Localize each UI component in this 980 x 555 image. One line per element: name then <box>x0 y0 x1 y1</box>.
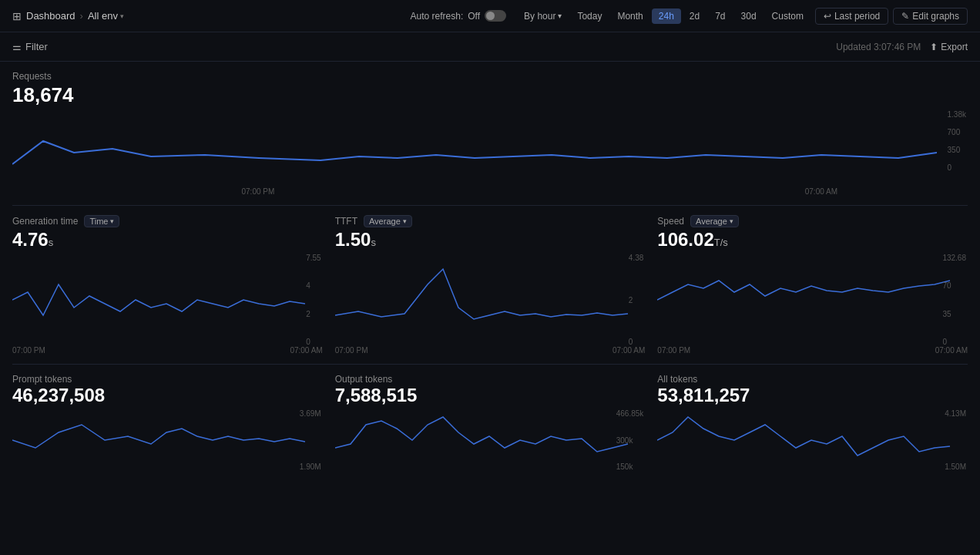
all-tokens-chart-container: 4.13M 1.50M <box>657 409 968 471</box>
speed-header: Speed Average <box>657 215 968 227</box>
ttft-card: TTFT Average 1.50s 4.38 2 0 07:00 PM 07:… <box>335 215 646 355</box>
ttft-x-labels: 07:00 PM 07:00 AM <box>335 346 646 355</box>
export-button[interactable]: ⬆ Export <box>930 42 968 52</box>
metrics-row-2: Prompt tokens 46,237,508 3.69M 1.90M Out… <box>12 374 968 471</box>
requests-y-labels: 1.38k 700 350 0 <box>948 110 968 172</box>
grid-icon: ⊞ <box>12 10 22 22</box>
output-tokens-y-labels: 466.85k 300k 150k <box>616 409 646 471</box>
requests-value: 18,674 <box>12 83 968 107</box>
edit-graphs-button[interactable]: ✎ Edit graphs <box>893 8 968 25</box>
time-range-group: By hour Today Month 24h 2d 7d 30d Custom <box>517 8 811 24</box>
24h-button[interactable]: 24h <box>652 8 681 24</box>
chevron-down-icon: ▾ <box>120 12 124 20</box>
generation-time-value: 4.76s <box>12 229 323 251</box>
speed-x-labels: 07:00 PM 07:00 AM <box>657 346 968 355</box>
generation-time-header: Generation time Time <box>12 215 323 227</box>
auto-refresh-label: Auto refresh: <box>411 11 464 22</box>
generation-time-card: Generation time Time 4.76s 7.55 4 2 0 07… <box>12 215 323 355</box>
speed-badge[interactable]: Average <box>690 215 739 227</box>
output-tokens-chart-container: 466.85k 300k 150k <box>335 409 646 471</box>
filter-bar: ⚌ Filter Updated 3:07:46 PM ⬆ Export <box>0 32 980 62</box>
2d-button[interactable]: 2d <box>683 8 706 24</box>
prompt-tokens-card: Prompt tokens 46,237,508 3.69M 1.90M <box>12 374 323 471</box>
requests-title: Requests <box>12 71 968 82</box>
main-content: Requests 18,674 1.38k 700 350 0 07:00 PM <box>0 62 980 471</box>
top-bar: ⊞ Dashboard › All env ▾ Auto refresh: Of… <box>0 0 980 32</box>
requests-x-labels: 07:00 PM 07:00 AM <box>12 187 968 196</box>
updated-timestamp: Updated 3:07:46 PM <box>836 42 921 52</box>
ttft-badge[interactable]: Average <box>364 215 412 227</box>
divider-2 <box>12 364 968 365</box>
last-period-button[interactable]: ↩ Last period <box>815 8 888 25</box>
speed-chart-container: 132.68 70 35 0 <box>657 254 968 346</box>
speed-chart <box>657 254 950 346</box>
all-tokens-card: All tokens 53,811,257 4.13M 1.50M <box>657 374 968 471</box>
requests-section: Requests 18,674 1.38k 700 350 0 07:00 PM <box>12 71 968 196</box>
output-tokens-chart <box>335 409 628 471</box>
requests-chart <box>12 110 937 187</box>
by-hour-button[interactable]: By hour <box>517 8 569 24</box>
divider-1 <box>12 205 968 206</box>
breadcrumb-env[interactable]: All env ▾ <box>88 10 124 22</box>
gen-y-labels: 7.55 4 2 0 <box>306 254 322 346</box>
all-tokens-y-labels: 4.13M 1.50M <box>945 409 968 471</box>
output-tokens-card: Output tokens 7,588,515 466.85k 300k 150… <box>335 374 646 471</box>
export-icon: ⬆ <box>930 42 938 52</box>
prompt-tokens-chart-container: 3.69M 1.90M <box>12 409 323 471</box>
generation-time-chart-container: 7.55 4 2 0 <box>12 254 323 346</box>
auto-refresh-state: Off <box>468 11 480 22</box>
breadcrumb-area: ⊞ Dashboard › All env ▾ <box>12 10 124 22</box>
prompt-tokens-chart <box>12 409 305 471</box>
gen-x-labels: 07:00 PM 07:00 AM <box>12 346 323 355</box>
speed-value: 106.02T/s <box>657 229 968 251</box>
auto-refresh-control: Auto refresh: Off <box>411 10 507 22</box>
ttft-y-labels: 4.38 2 0 <box>629 254 645 346</box>
requests-chart-container: 1.38k 700 350 0 <box>12 110 968 187</box>
speed-y-labels: 132.68 70 35 0 <box>942 254 968 346</box>
edit-icon: ✎ <box>901 11 909 22</box>
filter-icon: ⚌ <box>12 41 22 52</box>
generation-time-chart <box>12 254 305 346</box>
top-controls: Auto refresh: Off By hour Today Month 24… <box>411 8 968 25</box>
all-tokens-chart <box>657 409 950 471</box>
ttft-value: 1.50s <box>335 229 646 251</box>
ttft-chart-container: 4.38 2 0 <box>335 254 646 346</box>
today-button[interactable]: Today <box>570 8 609 24</box>
ttft-chart <box>335 254 628 346</box>
custom-button[interactable]: Custom <box>765 8 811 24</box>
30d-button[interactable]: 30d <box>734 8 764 24</box>
prompt-tokens-value: 46,237,508 <box>12 385 323 406</box>
metrics-row-1: Generation time Time 4.76s 7.55 4 2 0 07… <box>12 215 968 355</box>
update-info: Updated 3:07:46 PM ⬆ Export <box>836 42 968 52</box>
filter-button[interactable]: ⚌ Filter <box>12 41 48 52</box>
speed-card: Speed Average 106.02T/s 132.68 70 35 0 0… <box>657 215 968 355</box>
breadcrumb-dashboard[interactable]: Dashboard <box>26 10 76 22</box>
clock-icon: ↩ <box>824 11 831 22</box>
auto-refresh-toggle[interactable] <box>485 10 506 22</box>
ttft-header: TTFT Average <box>335 215 646 227</box>
7d-button[interactable]: 7d <box>708 8 732 24</box>
month-button[interactable]: Month <box>610 8 649 24</box>
generation-time-badge[interactable]: Time <box>84 215 119 227</box>
all-tokens-value: 53,811,257 <box>657 385 968 406</box>
prompt-tokens-y-labels: 3.69M 1.90M <box>300 409 323 471</box>
output-tokens-value: 7,588,515 <box>335 385 646 406</box>
